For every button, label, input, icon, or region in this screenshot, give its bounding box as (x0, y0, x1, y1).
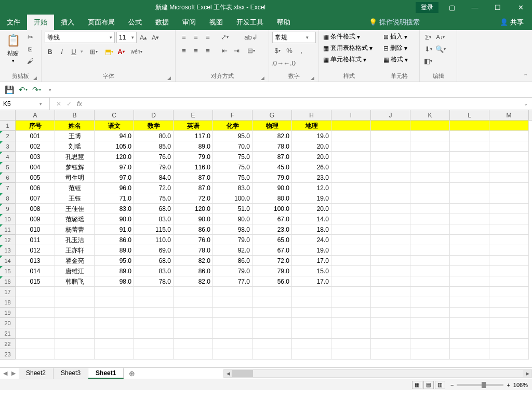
cell[interactable] (410, 266, 450, 276)
cell[interactable] (489, 339, 529, 349)
cell[interactable] (331, 204, 371, 214)
cell[interactable] (489, 308, 529, 318)
expand-formula-bar-icon[interactable]: ⌄ (520, 101, 532, 107)
cell[interactable]: 105.0 (95, 141, 134, 152)
tab-公式[interactable]: 公式 (122, 15, 149, 30)
increase-indent-icon[interactable]: ⇥ (231, 45, 242, 56)
cell[interactable] (174, 349, 213, 360)
cell[interactable]: 15.0 (292, 266, 331, 276)
cell[interactable]: 97.0 (95, 162, 134, 172)
cell[interactable] (213, 287, 252, 297)
row-header[interactable]: 8 (0, 193, 15, 204)
cell[interactable] (450, 328, 489, 339)
cell[interactable] (410, 162, 450, 172)
cell[interactable] (292, 349, 331, 360)
cell[interactable]: 75.0 (213, 162, 252, 172)
cell[interactable] (331, 256, 371, 266)
column-header[interactable]: L (450, 110, 489, 120)
cell[interactable]: 孔玉洁 (55, 235, 95, 245)
cell[interactable]: 120.0 (174, 204, 213, 214)
cell[interactable] (489, 224, 529, 235)
cell[interactable]: 19.0 (292, 245, 331, 256)
cell[interactable]: 011 (16, 235, 55, 245)
customize-qat-icon[interactable]: ▾ (45, 85, 55, 95)
cell[interactable]: 002 (16, 141, 55, 152)
cell[interactable]: 87.0 (174, 183, 213, 193)
number-format-combo[interactable]: ▾ (272, 32, 316, 43)
cell[interactable] (252, 308, 292, 318)
cell[interactable] (450, 183, 489, 193)
cell[interactable]: 18.0 (292, 224, 331, 235)
paste-button[interactable]: 📋 粘贴▾ (3, 32, 23, 64)
cell[interactable]: 范钰 (55, 183, 95, 193)
cell[interactable] (450, 318, 489, 328)
cell[interactable]: 98.0 (95, 276, 134, 287)
autosum-icon[interactable]: Σ▾ (423, 32, 433, 42)
column-headers[interactable]: ABCDEFGHIJKLM (16, 110, 532, 121)
cell[interactable] (213, 349, 252, 360)
cell[interactable]: 83.0 (134, 266, 174, 276)
cell[interactable]: 78.0 (252, 141, 292, 152)
cell[interactable] (410, 152, 450, 162)
cell[interactable] (410, 235, 450, 245)
cell[interactable] (489, 256, 529, 266)
cell[interactable] (489, 349, 529, 360)
cell[interactable]: 83.0 (134, 214, 174, 224)
cell[interactable] (371, 172, 410, 183)
cell[interactable] (331, 297, 371, 308)
cell[interactable] (371, 245, 410, 256)
cell[interactable]: 100.0 (213, 193, 252, 204)
cell[interactable] (213, 318, 252, 328)
cell[interactable] (371, 131, 410, 141)
clear-icon[interactable]: ◧▾ (423, 56, 433, 66)
cell[interactable]: 75.0 (213, 152, 252, 162)
cell[interactable] (371, 308, 410, 318)
cell[interactable]: 90.0 (252, 183, 292, 193)
cell[interactable] (371, 287, 410, 297)
cell[interactable] (331, 172, 371, 183)
cell[interactable]: 78.0 (174, 245, 213, 256)
increase-decimal-icon[interactable]: .0→ (272, 58, 283, 68)
cell[interactable] (292, 318, 331, 328)
cell[interactable] (450, 287, 489, 297)
cell[interactable] (371, 256, 410, 266)
cell[interactable]: 20.0 (292, 152, 331, 162)
column-header[interactable]: M (489, 110, 529, 120)
insert-function-icon[interactable]: fx (77, 100, 82, 108)
add-sheet-button[interactable]: ⊕ (124, 369, 140, 378)
bold-button[interactable]: B (45, 46, 55, 57)
cell[interactable] (292, 339, 331, 349)
cell[interactable] (95, 328, 134, 339)
cell[interactable] (331, 193, 371, 204)
column-header[interactable]: H (292, 110, 331, 120)
column-header[interactable]: I (331, 110, 371, 120)
cell[interactable]: 姓名 (55, 121, 95, 131)
orientation-icon[interactable]: ⤢▾ (219, 32, 230, 42)
cell[interactable]: 69.0 (134, 245, 174, 256)
cell[interactable] (292, 328, 331, 339)
cell[interactable]: 孔思慧 (55, 152, 95, 162)
cell[interactable] (252, 318, 292, 328)
column-header[interactable]: C (95, 110, 134, 120)
cell[interactable] (450, 152, 489, 162)
cell[interactable]: 71.0 (95, 193, 134, 204)
cell[interactable]: 韩鹏飞 (55, 276, 95, 287)
font-name-combo[interactable]: ▾ (45, 32, 115, 43)
cell[interactable] (174, 339, 213, 349)
scroll-thumb[interactable] (232, 370, 253, 377)
tab-开始[interactable]: 开始 (27, 15, 54, 30)
cell[interactable] (410, 214, 450, 224)
cell[interactable]: 65.0 (252, 235, 292, 245)
row-header[interactable]: 10 (0, 214, 15, 224)
cell[interactable] (371, 224, 410, 235)
cell[interactable] (16, 287, 55, 297)
cell[interactable]: 72.0 (174, 193, 213, 204)
cell[interactable]: 20.0 (292, 204, 331, 214)
cell-styles-button[interactable]: ▦ 单元格样式 ▾ (322, 55, 367, 64)
cell[interactable]: 82.0 (174, 256, 213, 266)
cell[interactable]: 003 (16, 152, 55, 162)
align-center-icon[interactable]: ≡ (191, 45, 201, 56)
cell[interactable] (371, 204, 410, 214)
row-header[interactable]: 9 (0, 204, 15, 214)
zoom-level[interactable]: 106% (513, 382, 528, 388)
